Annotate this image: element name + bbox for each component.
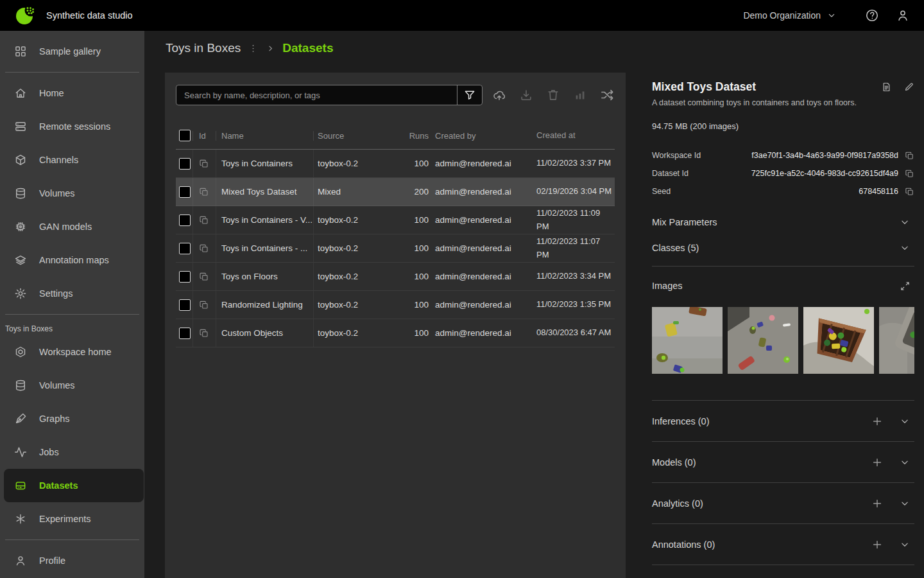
edit-dataset-icon[interactable] xyxy=(903,82,914,92)
row-checkbox[interactable] xyxy=(179,243,191,254)
select-all-checkbox[interactable] xyxy=(179,130,191,141)
chevron-down-icon[interactable] xyxy=(899,498,911,509)
sidebar-item-settings[interactable]: Settings xyxy=(0,277,144,310)
copy-id-icon[interactable] xyxy=(199,159,209,169)
gear-icon xyxy=(14,287,27,300)
grid-icon xyxy=(14,45,27,58)
sidebar-item-volumes[interactable]: Volumes xyxy=(0,369,144,402)
dataset-created-at: 11/02/2023 1:35 PM xyxy=(530,291,615,319)
section-classes-5[interactable]: Classes (5) xyxy=(652,235,914,261)
copy-id-icon[interactable] xyxy=(199,328,209,338)
dataset-created-at: 08/30/2023 6:47 AM xyxy=(530,319,615,347)
column-header-id[interactable]: Id xyxy=(193,131,216,141)
workspace-menu-kebab-icon[interactable] xyxy=(248,43,259,54)
chevron-down-icon[interactable] xyxy=(899,539,911,550)
datasets-table-panel: Id Name Source Runs Created by Created a… xyxy=(165,73,626,578)
filter-button[interactable] xyxy=(457,85,482,105)
copy-id-icon[interactable] xyxy=(199,300,209,310)
chevron-down-icon[interactable] xyxy=(899,242,911,254)
dataset-row[interactable]: Toys in Containers - V... toybox-0.2 100… xyxy=(176,206,615,234)
chevron-down-icon[interactable] xyxy=(899,416,911,427)
row-checkbox[interactable] xyxy=(179,328,191,339)
dataset-row[interactable]: Randomized Lighting toybox-0.2 100 admin… xyxy=(176,291,615,319)
chevron-down-icon[interactable] xyxy=(899,457,911,468)
add-item-icon[interactable] xyxy=(871,538,884,551)
row-checkbox[interactable] xyxy=(179,299,191,311)
thumbnail-wooden-crate-filled-with-toys[interactable] xyxy=(803,307,874,374)
column-header-runs[interactable]: Runs xyxy=(407,131,429,141)
sidebar-item-experiments[interactable]: Experiments xyxy=(0,502,144,536)
hexbox-icon xyxy=(14,346,27,358)
dataset-created-at: 11/02/2023 3:37 PM xyxy=(530,150,615,177)
sidebar-item-jobs[interactable]: Jobs xyxy=(0,435,144,469)
sidebar-item-sample-gallery[interactable]: Sample gallery xyxy=(0,35,144,68)
help-icon[interactable] xyxy=(865,8,879,22)
dataset-runs: 100 xyxy=(407,150,429,177)
dataset-created-by: admin@rendered.ai xyxy=(429,150,530,177)
sidebar-item-home[interactable]: Home xyxy=(0,76,144,110)
sidebar-item-remote-sessions[interactable]: Remote sessions xyxy=(0,110,144,143)
compare-datasets-icon[interactable] xyxy=(600,88,614,102)
column-header-source[interactable]: Source xyxy=(313,131,407,141)
sidebar-item-annotation-maps[interactable]: Annotation maps xyxy=(0,243,144,277)
dataset-row[interactable]: Toys in Containers toybox-0.2 100 admin@… xyxy=(176,150,615,178)
row-checkbox[interactable] xyxy=(179,215,191,226)
upload-dataset-icon[interactable] xyxy=(492,88,506,102)
delete-dataset-icon[interactable] xyxy=(546,88,560,102)
dataset-name: Randomized Lighting xyxy=(216,291,313,319)
dataset-created-by: admin@rendered.ai xyxy=(429,234,530,262)
thumbnail-plastic-bin-with-toys[interactable] xyxy=(879,307,914,374)
breadcrumb-chevron-icon xyxy=(266,44,275,53)
section-mix-parameters[interactable]: Mix Parameters xyxy=(652,209,914,235)
search-input[interactable] xyxy=(176,85,457,105)
organization-selector[interactable]: Demo Organization xyxy=(743,10,837,21)
column-header-name[interactable]: Name xyxy=(216,131,313,141)
dataset-row[interactable]: Toys on Floors toybox-0.2 100 admin@rend… xyxy=(176,263,615,291)
table-header: Id Name Source Runs Created by Created a… xyxy=(176,122,615,150)
dataset-row[interactable]: Mixed Toys Dataset Mixed 200 admin@rende… xyxy=(176,178,615,206)
dataset-size: 94.75 MB (200 images) xyxy=(652,121,914,131)
dataset-runs: 200 xyxy=(407,178,429,206)
dataset-log-icon[interactable] xyxy=(881,82,892,92)
sidebar-item-workspace-home[interactable]: Workspace home xyxy=(0,335,144,369)
copy-value-icon[interactable] xyxy=(905,151,914,161)
dataset-row[interactable]: Toys in Containers - ... toybox-0.2 100 … xyxy=(176,234,615,263)
sidebar-item-channels[interactable]: Channels xyxy=(0,143,144,177)
thumbnail-floor-with-many-toys[interactable] xyxy=(728,307,798,374)
user-account-icon[interactable] xyxy=(896,8,910,22)
dataset-created-by: admin@rendered.ai xyxy=(429,178,530,206)
dataset-runs: 100 xyxy=(407,291,429,319)
dataset-name: Custom Objects xyxy=(216,319,313,347)
analytics-icon[interactable] xyxy=(573,88,587,102)
copy-id-icon[interactable] xyxy=(199,272,209,282)
download-dataset-icon[interactable] xyxy=(519,88,533,102)
column-header-created-at[interactable]: Created at xyxy=(530,129,615,142)
copy-id-icon[interactable] xyxy=(199,215,209,225)
copy-value-icon[interactable] xyxy=(905,187,914,197)
chevron-down-icon[interactable] xyxy=(899,216,911,228)
sidebar-item-graphs[interactable]: Graphs xyxy=(0,402,144,435)
copy-id-icon[interactable] xyxy=(199,243,209,254)
dataset-row[interactable]: Custom Objects toybox-0.2 100 admin@rend… xyxy=(176,319,615,347)
add-item-icon[interactable] xyxy=(871,456,884,469)
section-analytics-0: Analytics (0) xyxy=(652,483,914,524)
copy-id-icon[interactable] xyxy=(199,187,209,197)
sidebar-item-datasets[interactable]: Datasets xyxy=(4,469,144,502)
chevron-down-icon xyxy=(826,10,837,21)
sidebar-item-profile[interactable]: Profile xyxy=(0,544,144,577)
thumbnail-floor-with-scattered-toys[interactable] xyxy=(652,307,723,374)
row-checkbox[interactable] xyxy=(179,158,191,170)
top-bar: Synthetic data studio Demo Organization xyxy=(0,0,924,31)
sidebar-item-volumes[interactable]: Volumes xyxy=(0,177,144,210)
copy-value-icon[interactable] xyxy=(905,169,914,179)
add-item-icon[interactable] xyxy=(871,415,884,428)
dataset-source: toybox-0.2 xyxy=(313,319,407,347)
sidebar-item-gan-models[interactable]: GAN models xyxy=(0,210,144,243)
column-header-created-by[interactable]: Created by xyxy=(429,131,530,141)
row-checkbox[interactable] xyxy=(179,271,191,283)
add-item-icon[interactable] xyxy=(871,497,884,510)
breadcrumb-workspace[interactable]: Toys in Boxes xyxy=(166,41,241,55)
breadcrumb-current[interactable]: Datasets xyxy=(282,41,333,55)
row-checkbox[interactable] xyxy=(179,186,191,198)
expand-images-icon[interactable] xyxy=(900,281,911,292)
